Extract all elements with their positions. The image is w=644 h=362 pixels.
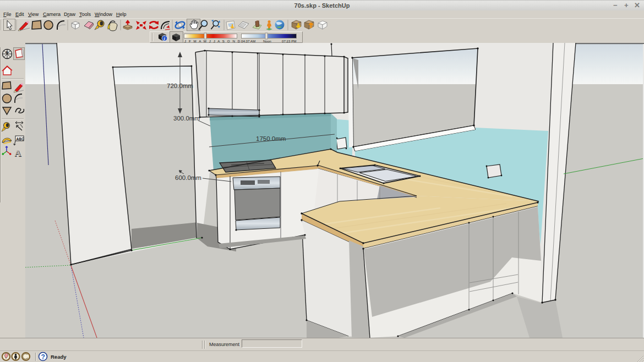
svg-text:720.0mm: 720.0mm [167, 83, 193, 89]
svg-text:Noon: Noon [263, 39, 271, 43]
svg-text:600.0mm: 600.0mm [175, 174, 201, 181]
svg-text:04:37 AM: 04:37 AM [241, 39, 255, 43]
svg-text:N: N [6, 51, 8, 54]
svg-text:?: ? [41, 353, 45, 361]
svg-text:ABC: ABC [17, 137, 24, 141]
svg-text:1750.0mm: 1750.0mm [256, 135, 286, 142]
svg-text:A: A [14, 148, 21, 158]
svg-text:07:23 PM: 07:23 PM [282, 39, 296, 43]
svg-text:300.0mm: 300.0mm [173, 115, 200, 122]
svg-text:J F M A M J J A S O N D: J F M A M J J A S O N D [184, 39, 241, 43]
